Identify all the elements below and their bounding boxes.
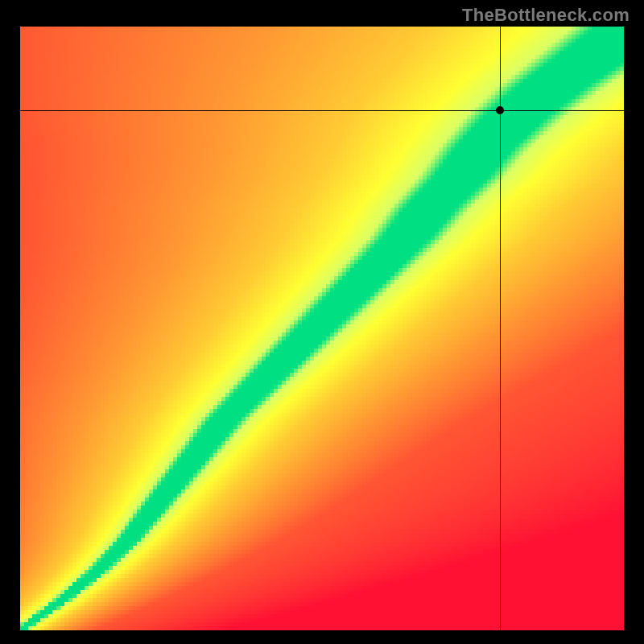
selection-marker xyxy=(496,106,504,114)
crosshair-horizontal xyxy=(20,110,624,111)
watermark-text: TheBottleneck.com xyxy=(462,5,630,26)
crosshair-vertical xyxy=(500,27,501,630)
bottleneck-heatmap xyxy=(20,27,624,630)
chart-stage: TheBottleneck.com xyxy=(0,0,644,644)
